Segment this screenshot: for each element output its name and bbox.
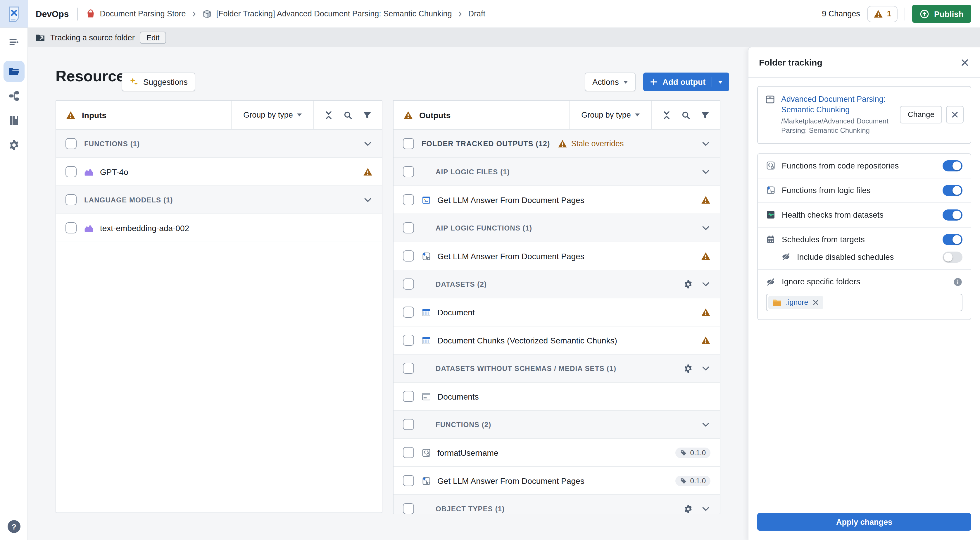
ignore-folders-input[interactable]: .ignore (766, 293, 963, 311)
search-icon[interactable] (343, 110, 353, 119)
calendar-icon (766, 234, 775, 244)
inputs-panel-header: Inputs Group by type (56, 100, 382, 130)
row-checkbox[interactable] (403, 391, 414, 402)
output-group-row[interactable]: DATASETS (2) (393, 270, 720, 298)
add-output-button[interactable]: Add output (643, 73, 729, 91)
chevron-down-icon[interactable] (701, 139, 710, 148)
collapse-all-icon[interactable] (662, 110, 671, 119)
row-checkbox[interactable] (403, 166, 414, 177)
remove-target-button[interactable] (946, 106, 964, 124)
group-by-label: Group by type (581, 111, 631, 119)
collapse-all-icon[interactable] (324, 110, 333, 119)
help-button[interactable]: ? (8, 520, 21, 533)
sidebar-item-pipeline[interactable] (3, 85, 24, 107)
output-resource-row[interactable]: Get LLM Answer From Document Pages 0.1.0 (393, 467, 720, 495)
toggle-include-disabled[interactable] (943, 251, 963, 263)
remove-chip-icon[interactable] (812, 299, 819, 306)
close-icon[interactable] (960, 57, 969, 67)
input-group-row[interactable]: FUNCTIONS (1) (56, 130, 382, 158)
row-checkbox[interactable] (403, 363, 414, 374)
search-icon[interactable] (681, 110, 690, 119)
row-checkbox[interactable] (403, 194, 414, 205)
tracked-target-link[interactable]: Advanced Document Parsing: Semantic Chun… (781, 94, 894, 116)
publish-label: Publish (934, 9, 964, 18)
output-group-row[interactable]: FOLDER TRACKED OUTPUTS (12) Stale overri… (393, 130, 720, 158)
output-resource-row[interactable]: Get LLM Answer From Document Pages (393, 242, 720, 270)
row-checkbox[interactable] (403, 447, 414, 458)
chevron-down-icon[interactable] (701, 420, 710, 429)
health-check-icon (766, 210, 775, 220)
row-checkbox[interactable] (403, 335, 414, 346)
caret-down-icon[interactable] (718, 80, 722, 83)
output-resource-row[interactable]: Document (393, 298, 720, 327)
product-cube-icon (202, 9, 212, 18)
app-logo[interactable] (0, 0, 28, 27)
row-checkbox[interactable] (65, 166, 76, 177)
filter-icon[interactable] (700, 110, 710, 119)
row-checkbox[interactable] (403, 279, 414, 290)
row-checkbox[interactable] (403, 138, 414, 149)
outputs-group-by-dropdown[interactable]: Group by type (569, 100, 651, 129)
breadcrumb-store[interactable]: Document Parsing Store (100, 10, 186, 18)
group-label: DATASETS WITHOUT SCHEMAS / MEDIA SETS (1… (436, 364, 616, 373)
chevron-down-icon[interactable] (701, 167, 710, 177)
toggle-health-checks[interactable] (943, 209, 963, 220)
row-checkbox[interactable] (403, 307, 414, 318)
toggle-functions-logic[interactable] (943, 185, 963, 196)
output-group-row[interactable]: DATASETS WITHOUT SCHEMAS / MEDIA SETS (1… (393, 355, 720, 382)
row-checkbox[interactable] (403, 250, 414, 261)
group-settings-gear-icon[interactable] (684, 363, 693, 373)
row-checkbox[interactable] (403, 222, 414, 233)
row-checkbox[interactable] (403, 475, 414, 486)
info-icon[interactable] (953, 277, 963, 287)
changes-count[interactable]: 9 Changes (822, 10, 860, 18)
suggestions-button[interactable]: Suggestions (122, 73, 195, 91)
row-checkbox[interactable] (65, 194, 76, 205)
filter-icon[interactable] (363, 110, 372, 119)
output-resource-row[interactable]: Document Chunks (Vectorized Semantic Chu… (393, 327, 720, 355)
chevron-down-icon[interactable] (701, 223, 710, 233)
sidebar-item-resources[interactable] (3, 61, 24, 82)
output-resource-row[interactable]: Get LLM Answer From Document Pages (393, 186, 720, 214)
app-name[interactable]: DevOps (36, 9, 69, 19)
version-label: 0.1.0 (690, 448, 706, 457)
chevron-down-icon[interactable] (701, 504, 710, 513)
output-resource-row[interactable]: Documents (393, 382, 720, 411)
row-checkbox[interactable] (65, 222, 76, 233)
output-resource-row[interactable]: formatUsername 0.1.0 (393, 439, 720, 467)
input-resource-row[interactable]: GPT-4o (56, 158, 382, 186)
row-checkbox[interactable] (403, 503, 414, 514)
row-checkbox[interactable] (65, 138, 76, 149)
chevron-down-icon[interactable] (701, 279, 710, 289)
actions-dropdown[interactable]: Actions (585, 73, 636, 91)
workflow-icon (8, 90, 19, 102)
sidebar-item-library[interactable] (3, 110, 24, 131)
row-checkbox[interactable] (403, 419, 414, 430)
chevron-down-icon[interactable] (363, 139, 372, 148)
function-icon (766, 161, 775, 170)
toggle-schedules[interactable] (943, 234, 963, 245)
output-group-row[interactable]: OBJECT TYPES (1) (393, 495, 720, 514)
toggle-functions-code[interactable] (943, 160, 963, 171)
breadcrumb-product[interactable]: [Folder Tracking] Advanced Document Pars… (216, 10, 452, 18)
group-settings-gear-icon[interactable] (684, 504, 693, 513)
sidebar-item-settings[interactable] (3, 135, 24, 156)
edit-tracking-button[interactable]: Edit (140, 31, 166, 44)
inputs-group-by-dropdown[interactable]: Group by type (231, 100, 313, 129)
chevron-down-icon[interactable] (701, 363, 710, 373)
warning-count-badge[interactable]: 1 (867, 6, 898, 22)
output-group-row[interactable]: FUNCTIONS (2) (393, 411, 720, 439)
toggle-knob (953, 210, 961, 219)
publish-button[interactable]: Publish (912, 5, 971, 23)
group-settings-gear-icon[interactable] (684, 279, 693, 289)
change-target-button[interactable]: Change (900, 106, 942, 124)
chevron-down-icon[interactable] (363, 195, 372, 204)
input-group-row[interactable]: LANGUAGE MODELS (1) (56, 186, 382, 214)
sidebar-expand-menu[interactable] (3, 32, 24, 53)
output-group-row[interactable]: AIP LOGIC FUNCTIONS (1) (393, 214, 720, 242)
breadcrumb-draft[interactable]: Draft (468, 10, 485, 18)
warning-icon (701, 336, 710, 345)
output-group-row[interactable]: AIP LOGIC FILES (1) (393, 158, 720, 186)
input-resource-row[interactable]: text-embedding-ada-002 (56, 214, 382, 242)
apply-changes-button[interactable]: Apply changes (757, 513, 971, 530)
